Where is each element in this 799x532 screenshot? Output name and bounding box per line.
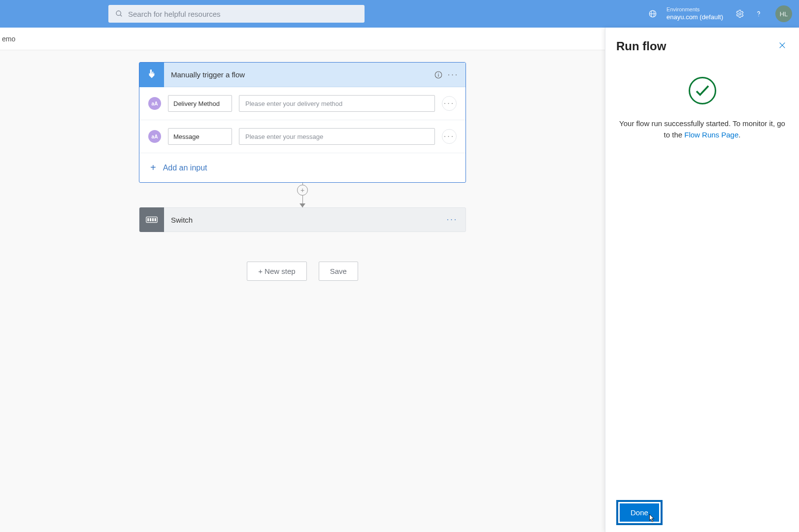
text-param-icon: aA bbox=[148, 97, 161, 110]
text-param-icon: aA bbox=[148, 130, 161, 143]
user-avatar[interactable]: HL bbox=[775, 5, 792, 22]
action-card-switch[interactable]: Switch bbox=[139, 207, 466, 232]
mouse-cursor-icon bbox=[648, 514, 655, 523]
param-value-input[interactable] bbox=[239, 128, 435, 145]
done-button[interactable]: Done bbox=[620, 503, 659, 522]
avatar-initials: HL bbox=[780, 10, 788, 18]
panel-message: Your flow run successfully started. To m… bbox=[616, 118, 788, 140]
input-row: aA bbox=[139, 87, 466, 120]
close-icon[interactable] bbox=[776, 39, 788, 51]
arrow-down-icon bbox=[300, 203, 305, 207]
flow-runs-link[interactable]: Flow Runs Page bbox=[684, 131, 738, 139]
done-label: Done bbox=[631, 508, 648, 517]
environment-selector[interactable]: Environments enayu.com (default) bbox=[666, 6, 723, 21]
input-row: aA bbox=[139, 120, 466, 153]
breadcrumb-text: emo bbox=[2, 35, 15, 43]
trigger-card: Manually trigger a flow aA aA bbox=[139, 62, 466, 183]
designer-footer: + New step Save bbox=[139, 262, 466, 281]
param-more-icon[interactable] bbox=[442, 96, 457, 111]
done-button-focus-ring: Done bbox=[616, 500, 663, 525]
trigger-title: Manually trigger a flow bbox=[164, 70, 431, 79]
svg-rect-14 bbox=[155, 218, 156, 221]
svg-point-9 bbox=[438, 72, 438, 73]
switch-icon bbox=[139, 207, 164, 232]
step-connector: + bbox=[139, 183, 466, 207]
add-input-button[interactable]: + Add an input bbox=[139, 153, 466, 182]
environment-icon[interactable] bbox=[648, 9, 658, 19]
environment-name: enayu.com (default) bbox=[666, 13, 723, 21]
flow-canvas: Manually trigger a flow aA aA bbox=[0, 50, 605, 532]
insert-step-button[interactable]: + bbox=[297, 185, 308, 196]
trigger-more-icon[interactable] bbox=[446, 67, 461, 82]
help-icon[interactable] bbox=[754, 9, 764, 19]
svg-point-5 bbox=[739, 13, 741, 15]
add-input-label: Add an input bbox=[163, 164, 207, 172]
param-label-input[interactable] bbox=[168, 95, 232, 112]
trigger-info-icon[interactable] bbox=[431, 67, 446, 82]
action-title: Switch bbox=[164, 216, 445, 224]
environment-label: Environments bbox=[666, 6, 723, 13]
save-button[interactable]: Save bbox=[319, 262, 358, 281]
svg-line-1 bbox=[120, 15, 122, 16]
settings-icon[interactable] bbox=[735, 9, 745, 19]
search-input[interactable] bbox=[128, 10, 358, 18]
run-flow-panel: Run flow Your flow run successfully star… bbox=[605, 28, 799, 532]
svg-rect-13 bbox=[152, 218, 154, 221]
param-label-input[interactable] bbox=[168, 128, 232, 145]
manual-trigger-icon bbox=[139, 63, 164, 87]
new-step-button[interactable]: + New step bbox=[247, 262, 306, 281]
svg-point-6 bbox=[758, 16, 759, 16]
plus-icon: + bbox=[150, 162, 156, 173]
app-header: Environments enayu.com (default) HL bbox=[0, 0, 799, 28]
svg-point-0 bbox=[116, 11, 121, 15]
panel-message-post: . bbox=[738, 131, 740, 139]
action-more-icon[interactable] bbox=[445, 212, 460, 227]
search-icon bbox=[115, 10, 123, 18]
global-search[interactable] bbox=[108, 5, 365, 23]
trigger-header[interactable]: Manually trigger a flow bbox=[139, 63, 466, 87]
param-value-input[interactable] bbox=[239, 95, 435, 112]
param-more-icon[interactable] bbox=[442, 129, 457, 144]
svg-rect-11 bbox=[147, 218, 149, 221]
panel-title: Run flow bbox=[616, 39, 666, 53]
svg-rect-12 bbox=[150, 218, 151, 221]
success-check-icon bbox=[689, 77, 716, 104]
